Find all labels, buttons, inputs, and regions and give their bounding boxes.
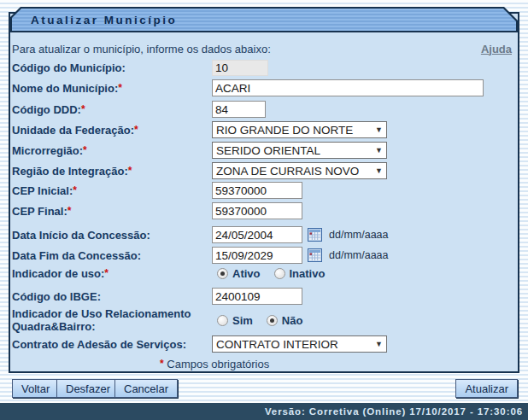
- row-nome-municipio: Nome do Município:*: [12, 79, 516, 97]
- cancelar-button[interactable]: Cancelar: [114, 379, 178, 398]
- cep-inicial-label: CEP Inicial:*: [12, 184, 212, 197]
- calendar-icon[interactable]: [308, 248, 322, 262]
- row-regiao-integracao: Região de Integração:* ZONA DE CURRAIS N…: [12, 161, 516, 180]
- chevron-down-icon: ▼: [375, 340, 385, 348]
- chevron-down-icon: ▼: [375, 125, 385, 134]
- footer-bar: Versão: Corretiva (Online) 17/10/2017 - …: [0, 403, 528, 420]
- row-quadra-bairro: Indicador de Uso Relacionamento Quadra&B…: [12, 306, 516, 335]
- row-cep-inicial: CEP Inicial:*: [12, 181, 516, 200]
- codigo-municipio-field: [212, 60, 268, 76]
- inativo-radio[interactable]: [274, 268, 285, 279]
- row-unidade-federacao: Unidade da Federação:* RIO GRANDE DO NOR…: [12, 120, 516, 139]
- help-link[interactable]: Ajuda: [481, 43, 512, 55]
- nao-radio[interactable]: [267, 315, 278, 326]
- version-text: Versão: Corretiva (Online) 17/10/2017 - …: [265, 406, 523, 417]
- nome-municipio-input[interactable]: [212, 79, 484, 96]
- title-bar-fill: Atualizar Município: [12, 9, 516, 31]
- row-indicador-uso: Indicador de uso:* Ativo Inativo: [12, 264, 516, 283]
- atualizar-button[interactable]: Atualizar: [455, 379, 518, 398]
- codigo-ddd-label: Código DDD:*: [12, 103, 212, 116]
- instruction-text: Para atualizar o município, informe os d…: [12, 43, 271, 55]
- title-bar: Atualizar Município: [10, 7, 518, 32]
- sim-radio[interactable]: [217, 315, 228, 326]
- microrregiao-select[interactable]: SERIDO ORIENTAL ▼: [212, 142, 387, 159]
- codigo-municipio-label: Código do Município:: [12, 61, 212, 74]
- row-data-fim: Data Fim da Concessão: dd/mm/aaaa: [12, 246, 516, 265]
- nome-municipio-label: Nome do Município:*: [12, 82, 212, 95]
- sim-radio-label: Sim: [232, 314, 253, 327]
- row-microrregiao: Microrregião:* SERIDO ORIENTAL ▼: [12, 141, 516, 160]
- unidade-federacao-select[interactable]: RIO GRANDE DO NORTE ▼: [212, 121, 387, 138]
- date-format-hint: dd/mm/aaaa: [329, 229, 388, 241]
- inativo-radio-label: Inativo: [290, 267, 326, 280]
- row-codigo-municipio: Código do Município:: [12, 58, 516, 77]
- data-inicio-input[interactable]: [212, 226, 302, 243]
- quadra-bairro-label: Indicador de Uso Relacionamento Quadra&B…: [12, 307, 212, 333]
- row-codigo-ibge: Código do IBGE:: [12, 287, 516, 306]
- indicador-uso-label: Indicador de uso:*: [12, 267, 212, 280]
- microrregiao-value: SERIDO ORIENTAL: [216, 144, 320, 157]
- row-cep-final: CEP Final:*: [12, 201, 516, 220]
- chevron-down-icon: ▼: [375, 146, 385, 155]
- required-fields-note: * Campos obrigatórios: [160, 358, 269, 370]
- cep-final-label: CEP Final:*: [12, 205, 212, 218]
- unidade-federacao-value: RIO GRANDE DO NORTE: [216, 124, 353, 137]
- contrato-adesao-select[interactable]: CONTRATO INTERIOR ▼: [212, 335, 387, 353]
- calendar-icon[interactable]: [308, 228, 322, 242]
- regiao-integracao-label: Região de Integração:*: [12, 165, 212, 178]
- desfazer-button[interactable]: Desfazer: [56, 379, 120, 398]
- unidade-federacao-label: Unidade da Federação:*: [12, 124, 212, 137]
- ativo-radio-label: Ativo: [232, 267, 261, 280]
- regiao-integracao-select[interactable]: ZONA DE CURRAIS NOVO ▼: [212, 162, 387, 179]
- microrregiao-label: Microrregião:*: [12, 144, 212, 157]
- voltar-button[interactable]: Voltar: [12, 379, 59, 398]
- data-inicio-label: Data Início da Concessão:: [12, 229, 212, 242]
- cep-inicial-input[interactable]: [212, 182, 302, 199]
- contrato-adesao-label: Contrato de Adesão de Serviços:: [12, 338, 212, 351]
- row-contrato-adesao: Contrato de Adesão de Serviços: CONTRATO…: [12, 335, 516, 353]
- codigo-ibge-label: Código do IBGE:: [12, 290, 212, 303]
- date-format-hint: dd/mm/aaaa: [329, 249, 388, 261]
- page: Atualizar Município Para atualizar o mun…: [0, 0, 528, 420]
- data-fim-input[interactable]: [212, 247, 302, 264]
- ativo-radio[interactable]: [217, 268, 228, 279]
- instruction-row: Para atualizar o município, informe os d…: [12, 39, 516, 58]
- nao-radio-label: Não: [282, 314, 303, 327]
- chevron-down-icon: ▼: [375, 166, 385, 175]
- cep-final-input[interactable]: [212, 202, 302, 219]
- row-codigo-ddd: Código DDD:*: [12, 100, 516, 119]
- regiao-integracao-value: ZONA DE CURRAIS NOVO: [216, 165, 359, 178]
- row-data-inicio: Data Início da Concessão: dd/mm/aaaa: [12, 225, 516, 244]
- contrato-adesao-value: CONTRATO INTERIOR: [216, 338, 338, 351]
- page-title: Atualizar Município: [12, 14, 177, 26]
- codigo-ddd-input[interactable]: [212, 101, 266, 118]
- data-fim-label: Data Fim da Concessão:: [12, 249, 212, 262]
- codigo-ibge-input[interactable]: [212, 288, 302, 305]
